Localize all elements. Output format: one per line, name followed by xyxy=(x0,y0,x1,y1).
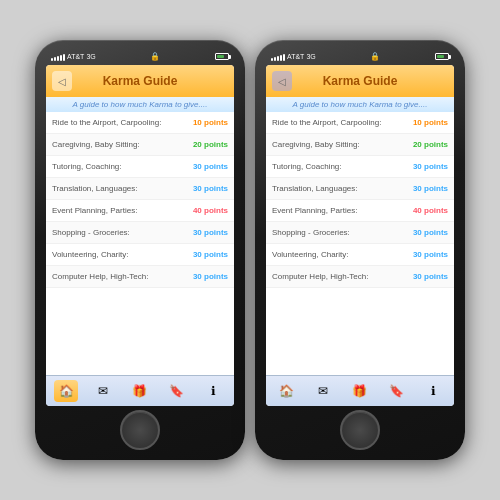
item-label: Translation, Languages: xyxy=(52,184,193,193)
karma-list-2: Ride to the Airport, Carpooling: 10 poin… xyxy=(266,112,454,375)
karma-list-1: Ride to the Airport, Carpooling: 10 poin… xyxy=(46,112,234,375)
screen-2: ◁ Karma Guide A guide to how much Karma … xyxy=(266,65,454,406)
signal-bars-2 xyxy=(271,53,285,61)
item-points: 20 points xyxy=(413,140,448,149)
bottom-nav-2: 🏠 ✉ 🎁 🔖 ℹ xyxy=(266,375,454,406)
app-title-1: Karma Guide xyxy=(103,74,178,88)
signal-bar xyxy=(274,57,276,61)
item-points: 30 points xyxy=(193,250,228,259)
nav-gift-2[interactable]: 🎁 xyxy=(348,380,372,402)
signal-bar xyxy=(54,57,56,61)
list-item: Shopping - Groceries: 30 points xyxy=(46,222,234,244)
signal-bar xyxy=(63,54,65,61)
item-label: Tutoring, Coaching: xyxy=(272,162,413,171)
status-bar-1: AT&T 3G 🔒 xyxy=(43,50,237,63)
nav-mail-2[interactable]: ✉ xyxy=(311,380,335,402)
battery-fill-1 xyxy=(217,55,224,58)
signal-bars-1 xyxy=(51,53,65,61)
item-label: Computer Help, High-Tech: xyxy=(272,272,413,281)
status-bar-2: AT&T 3G 🔒 xyxy=(263,50,457,63)
bottom-nav-1: 🏠 ✉ 🎁 🔖 ℹ xyxy=(46,375,234,406)
nav-info-1[interactable]: ℹ xyxy=(202,380,226,402)
status-left-2: AT&T 3G xyxy=(271,53,316,61)
item-label: Translation, Languages: xyxy=(272,184,413,193)
home-button-1[interactable] xyxy=(120,410,160,450)
signal-bar xyxy=(51,58,53,61)
lock-icon-2: 🔒 xyxy=(370,52,380,61)
nav-info-2[interactable]: ℹ xyxy=(422,380,446,402)
app-title-2: Karma Guide xyxy=(323,74,398,88)
nav-mail-1[interactable]: ✉ xyxy=(91,380,115,402)
signal-bar xyxy=(283,54,285,61)
phone-1: AT&T 3G 🔒 ◁ Karma Guide A guide to how m… xyxy=(35,40,245,460)
item-label: Tutoring, Coaching: xyxy=(52,162,193,171)
phone-2: AT&T 3G 🔒 ◁ Karma Guide A guide to how m… xyxy=(255,40,465,460)
list-item: Ride to the Airport, Carpooling: 10 poin… xyxy=(266,112,454,134)
nav-bookmark-2[interactable]: 🔖 xyxy=(385,380,409,402)
item-label: Ride to the Airport, Carpooling: xyxy=(52,118,193,127)
item-label: Event Planning, Parties: xyxy=(272,206,413,215)
signal-bar xyxy=(277,56,279,61)
item-label: Shopping - Groceries: xyxy=(52,228,193,237)
item-points: 20 points xyxy=(193,140,228,149)
home-button-2[interactable] xyxy=(340,410,380,450)
battery-2 xyxy=(435,53,449,60)
carrier-label-1: AT&T xyxy=(67,53,84,60)
item-label: Ride to the Airport, Carpooling: xyxy=(272,118,413,127)
network-label-2: 3G xyxy=(306,53,315,60)
list-item: Ride to the Airport, Carpooling: 10 poin… xyxy=(46,112,234,134)
item-points: 30 points xyxy=(413,228,448,237)
signal-bar xyxy=(271,58,273,61)
item-label: Computer Help, High-Tech: xyxy=(52,272,193,281)
item-label: Caregiving, Baby Sitting: xyxy=(272,140,413,149)
item-points: 40 points xyxy=(193,206,228,215)
list-item: Tutoring, Coaching: 30 points xyxy=(266,156,454,178)
app-subtitle-1: A guide to how much Karma to give.... xyxy=(46,97,234,112)
carrier-label-2: AT&T xyxy=(287,53,304,60)
list-item: Volunteering, Charity: 30 points xyxy=(266,244,454,266)
item-points: 30 points xyxy=(413,250,448,259)
app-subtitle-2: A guide to how much Karma to give.... xyxy=(266,97,454,112)
list-item: Shopping - Groceries: 30 points xyxy=(266,222,454,244)
lock-icon-1: 🔒 xyxy=(150,52,160,61)
item-points: 30 points xyxy=(413,272,448,281)
back-arrow-2[interactable]: ◁ xyxy=(272,71,292,91)
list-item: Event Planning, Parties: 40 points xyxy=(46,200,234,222)
list-item: Tutoring, Coaching: 30 points xyxy=(46,156,234,178)
item-label: Volunteering, Charity: xyxy=(52,250,193,259)
item-points: 10 points xyxy=(193,118,228,127)
item-label: Caregiving, Baby Sitting: xyxy=(52,140,193,149)
battery-fill-2 xyxy=(437,55,444,58)
item-label: Volunteering, Charity: xyxy=(272,250,413,259)
screen-1: ◁ Karma Guide A guide to how much Karma … xyxy=(46,65,234,406)
phone-container: AT&T 3G 🔒 ◁ Karma Guide A guide to how m… xyxy=(35,40,465,460)
nav-bookmark-1[interactable]: 🔖 xyxy=(165,380,189,402)
status-right-2 xyxy=(435,53,449,60)
status-left-1: AT&T 3G xyxy=(51,53,96,61)
item-points: 30 points xyxy=(193,162,228,171)
item-points: 30 points xyxy=(193,228,228,237)
list-item: Translation, Languages: 30 points xyxy=(266,178,454,200)
list-item: Translation, Languages: 30 points xyxy=(46,178,234,200)
item-points: 10 points xyxy=(413,118,448,127)
signal-bar xyxy=(57,56,59,61)
item-label: Event Planning, Parties: xyxy=(52,206,193,215)
nav-home-1[interactable]: 🏠 xyxy=(54,380,78,402)
status-right-1 xyxy=(215,53,229,60)
list-item: Computer Help, High-Tech: 30 points xyxy=(266,266,454,288)
app-header-2: ◁ Karma Guide xyxy=(266,65,454,97)
item-points: 30 points xyxy=(413,162,448,171)
list-item: Caregiving, Baby Sitting: 20 points xyxy=(266,134,454,156)
battery-1 xyxy=(215,53,229,60)
back-arrow-1[interactable]: ◁ xyxy=(52,71,72,91)
nav-gift-1[interactable]: 🎁 xyxy=(128,380,152,402)
nav-home-2[interactable]: 🏠 xyxy=(274,380,298,402)
item-points: 30 points xyxy=(413,184,448,193)
item-points: 30 points xyxy=(193,272,228,281)
signal-bar xyxy=(280,55,282,61)
signal-bar xyxy=(60,55,62,61)
network-label-1: 3G xyxy=(86,53,95,60)
list-item: Volunteering, Charity: 30 points xyxy=(46,244,234,266)
list-item: Event Planning, Parties: 40 points xyxy=(266,200,454,222)
list-item: Computer Help, High-Tech: 30 points xyxy=(46,266,234,288)
